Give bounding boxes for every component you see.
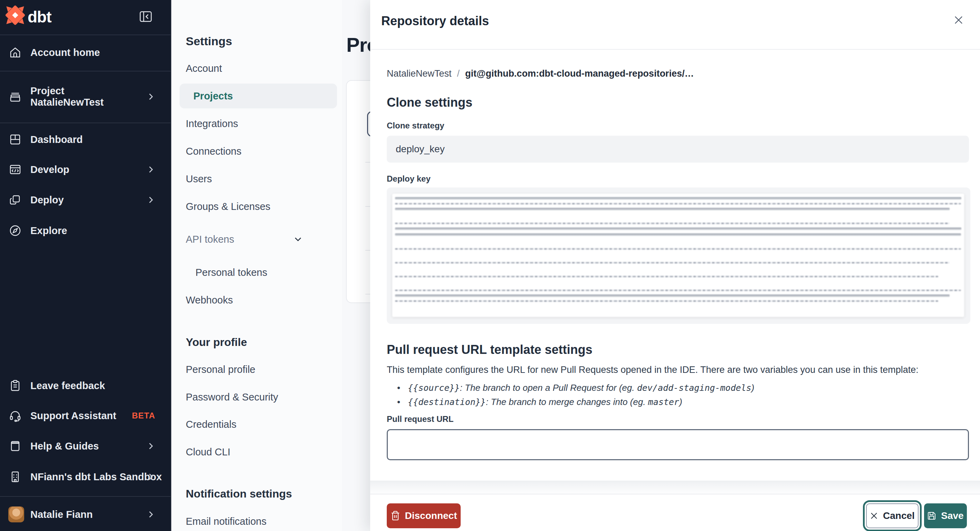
sidebar-item-label: Account home [30,47,100,58]
sidebar-item-leave-feedback[interactable]: Leave feedback [0,373,170,398]
list-item: {{destination}}: The branch to merge cha… [397,397,754,407]
beta-badge: BETA [132,411,155,421]
clipboard-icon [9,380,21,392]
collapse-sidebar-icon[interactable] [139,10,153,24]
divider [0,496,170,497]
list-item: {{source}}: The branch to open a Pull Re… [397,383,754,393]
sidebar-item-project[interactable]: Project NatalieNewTest [0,79,170,114]
dashboard-icon [9,133,21,146]
divider [0,71,170,72]
settings-item-webhooks[interactable]: Webhooks [186,290,233,310]
sidebar-item-dashboard[interactable]: Dashboard [0,127,170,152]
app-root: dbt Account home [0,0,980,531]
sidebar-item-sandbox-account[interactable]: NFiann's dbt Labs Sandbox [0,464,170,489]
notification-settings-section-title: Notification settings [186,488,292,500]
chevron-right-icon [147,93,155,100]
breadcrumb-repo: git@github.com:dbt-cloud-managed-reposit… [465,68,694,79]
source-variable-code: {{source}} [408,383,460,393]
user-avatar [8,507,24,522]
destination-variable-code: {{destination}} [408,397,486,407]
chevron-down-icon[interactable] [294,235,302,244]
building-icon [9,471,21,483]
trash-icon [391,510,400,521]
button-label: Disconnect [405,510,457,521]
save-icon [927,511,936,520]
settings-item-integrations[interactable]: Integrations [186,113,238,134]
sidebar-item-label: Dashboard [30,134,83,145]
pr-template-heading: Pull request URL template settings [387,342,592,357]
cancel-button[interactable]: Cancel [866,503,918,528]
breadcrumb: NatalieNewTest/git@github.com:dbt-cloud-… [387,68,694,79]
sidebar-item-help-guides[interactable]: Help & Guides [0,434,170,458]
pr-template-variables-list: {{source}}: The branch to open a Pull Re… [397,379,754,407]
sidebar-user-menu[interactable]: Natalie Fiann [0,502,170,527]
panel-title: Repository details [381,14,489,28]
clone-strategy-label: Clone strategy [387,121,444,130]
settings-item-users[interactable]: Users [186,169,212,189]
breadcrumb-project[interactable]: NatalieNewTest [387,68,452,79]
settings-item-password-security[interactable]: Password & Security [186,387,278,407]
panel-footer: Disconnect Cancel Save [370,494,980,531]
sidebar-item-label: Project NatalieNewTest [30,85,103,108]
clone-strategy-field: deploy_key [387,136,969,163]
project-archive-icon [9,91,21,103]
sidebar-item-develop[interactable]: Develop [0,157,170,182]
settings-item-email-notifications[interactable]: Email notifications [186,511,267,531]
sidebar-item-support-assistant[interactable]: Support Assistant BETA [0,403,170,428]
sidebar-item-label: Deploy [30,194,64,206]
chevron-right-icon [147,473,155,480]
settings-item-label: API tokens [186,234,234,245]
divider [370,49,980,50]
pull-request-url-input[interactable] [387,429,969,460]
sidebar-item-explore[interactable]: Explore [0,218,170,243]
sidebar-item-label: NFiann's dbt Labs Sandbox [30,471,162,483]
headset-icon [9,409,21,422]
settings-item-account[interactable]: Account [186,58,222,79]
pr-template-description: This template configures the URL for new… [387,365,953,375]
deploy-key-redacted-box [387,188,970,324]
save-button[interactable]: Save [924,503,967,528]
divider [0,35,170,35]
settings-item-personal-tokens[interactable]: Personal tokens [196,262,267,283]
settings-item-api-tokens[interactable]: API tokens [186,229,234,250]
chevron-right-icon [147,442,155,450]
settings-item-personal-profile[interactable]: Personal profile [186,359,256,380]
button-label: Cancel [883,510,915,521]
sidebar-item-label: Explore [30,225,67,237]
source-example-code: dev/add-staging-models [637,383,751,393]
clone-settings-heading: Clone settings [387,95,473,110]
pull-request-url-label: Pull request URL [387,414,453,424]
sidebar-item-label: Develop [30,164,69,175]
logo-row: dbt [0,0,170,35]
repository-details-panel: Repository details NatalieNewTest/git@gi… [370,0,980,531]
chevron-right-icon [147,510,155,518]
sidebar-item-label: Help & Guides [30,440,99,452]
book-icon [9,440,21,452]
settings-item-projects-active[interactable]: Projects [180,84,337,108]
settings-item-credentials[interactable]: Credentials [186,414,237,435]
compass-icon [9,224,21,237]
settings-item-groups-licenses[interactable]: Groups & Licenses [186,196,270,217]
footer-scroll-fade [370,480,980,494]
x-icon [870,512,878,520]
sidebar-item-deploy[interactable]: Deploy [0,188,170,212]
project-name: NatalieNewTest [30,97,103,108]
deploy-icon [9,194,21,206]
close-icon[interactable] [952,14,965,26]
settings-item-connections[interactable]: Connections [186,141,241,162]
deploy-key-blurred-content [392,194,964,317]
chevron-right-icon [147,196,155,204]
chevron-right-icon [147,166,155,173]
disconnect-button[interactable]: Disconnect [387,503,461,528]
destination-example-code: master [648,397,679,407]
settings-item-cloud-cli[interactable]: Cloud CLI [186,442,230,462]
dbt-wordmark: dbt [28,8,51,26]
settings-nav: Settings Account Projects Integrations C… [172,0,342,531]
dbt-logo-icon [6,6,25,25]
sidebar-item-account-home[interactable]: Account home [0,40,170,65]
settings-item-label: Projects [193,91,233,102]
sidebar-item-label: Support Assistant [30,410,116,421]
sidebar: dbt Account home [0,0,171,531]
breadcrumb-separator: / [457,68,460,79]
user-name: Natalie Fiann [30,509,93,520]
